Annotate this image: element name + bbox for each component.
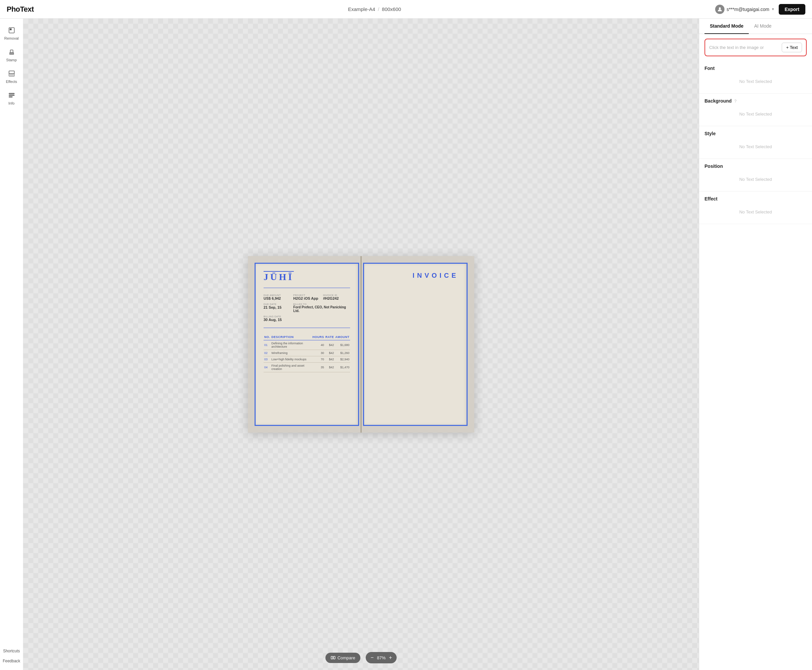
header: PhoText Example-A4 / 800x600 s***m@tugai… xyxy=(0,0,812,19)
feedback-link[interactable]: Feedback xyxy=(0,656,23,666)
zoom-out-button[interactable]: − xyxy=(370,655,373,661)
tab-standard[interactable]: Standard Mode xyxy=(704,19,749,34)
sidebar-item-removal[interactable]: Removal xyxy=(2,23,21,44)
text-input-area[interactable]: Click the text in the image or + Text xyxy=(704,39,807,56)
svg-rect-4 xyxy=(10,50,13,52)
invoice-id-label: INVOICE ID xyxy=(323,294,350,296)
row-hours: 35 xyxy=(312,363,325,372)
sidebar-item-stamp[interactable]: Stamp xyxy=(2,45,21,65)
position-label: Position xyxy=(704,164,807,169)
header-right: s***m@tugaigai.com ▼ Export xyxy=(715,4,805,15)
background-label: Background ? xyxy=(704,98,807,103)
section-effect: Effect No Text Selected xyxy=(699,191,812,224)
row-amount: $1,470 xyxy=(335,363,350,372)
compare-button[interactable]: Compare xyxy=(326,653,360,663)
svg-rect-11 xyxy=(9,96,12,97)
stamp-icon xyxy=(8,48,15,57)
sidebar-label-effects: Effects xyxy=(6,80,17,84)
invoice-table: NO. DESCRIPTION HOURS RATE AMOUNT 01 Def… xyxy=(263,334,350,372)
svg-point-0 xyxy=(719,7,721,9)
canvas-toolbar: Compare − 87% + xyxy=(326,652,397,663)
section-font: Font No Text Selected xyxy=(699,61,812,93)
right-panel: Standard Mode AI Mode Click the text in … xyxy=(699,19,812,670)
effect-label: Effect xyxy=(704,196,807,201)
add-text-button[interactable]: + Text xyxy=(782,42,802,52)
sidebar-label-removal: Removal xyxy=(4,36,19,40)
table-row: 02 Wireframing 30 $42 $1,260 xyxy=(263,350,350,356)
row-no: 01 xyxy=(263,340,271,350)
sidebar-item-info[interactable]: Info xyxy=(2,88,21,108)
font-label: Font xyxy=(704,66,807,71)
section-background: Background ? No Text Selected xyxy=(699,93,812,126)
invoice-id-value: #H2G242 xyxy=(323,296,350,300)
brand-name: JŪHĪ xyxy=(263,272,350,283)
row-desc: Final polishing and asset creation xyxy=(271,363,312,372)
document-size: 800x600 xyxy=(382,6,401,12)
user-email: s***m@tugaigai.com xyxy=(726,7,770,12)
zoom-controls: − 87% + xyxy=(366,652,397,663)
style-no-selection: No Text Selected xyxy=(704,140,807,154)
info-icon xyxy=(8,91,15,100)
fold-line xyxy=(360,256,362,433)
sidebar-item-effects[interactable]: Effects xyxy=(2,67,21,87)
document-info: Example-A4 / 800x600 xyxy=(348,6,401,12)
compare-icon xyxy=(331,655,336,660)
canvas-area[interactable]: JŪHĪ DUE AMOUNT US$ 6,942 PROJECT H2G2 i… xyxy=(23,19,699,670)
background-help-icon: ? xyxy=(734,99,737,103)
table-row: 03 Low+high fidelity mockups 70 $42 $2,9… xyxy=(263,356,350,363)
project-value: H2G2 iOS App xyxy=(293,296,320,300)
invoice-left-page: JŪHĪ DUE AMOUNT US$ 6,942 PROJECT H2G2 i… xyxy=(255,263,359,426)
sidebar-bottom: Shortcuts Feedback xyxy=(0,646,23,666)
user-menu[interactable]: s***m@tugaigai.com ▼ xyxy=(715,5,775,14)
invoice-right-page: INVOICE xyxy=(363,263,468,426)
effects-icon xyxy=(8,70,15,78)
separator: / xyxy=(378,6,379,12)
table-row: 01 Defining the information architecture… xyxy=(263,340,350,350)
col-no: NO. xyxy=(263,334,271,340)
document-name: Example-A4 xyxy=(348,6,375,12)
row-amount: $1,260 xyxy=(335,350,350,356)
due-date-label: DUE DATE xyxy=(263,303,290,305)
svg-rect-12 xyxy=(331,656,333,659)
row-rate: $42 xyxy=(325,350,335,356)
row-desc: Defining the information architecture xyxy=(271,340,312,350)
table-row: 04 Final polishing and asset creation 35… xyxy=(263,363,350,372)
export-button[interactable]: Export xyxy=(779,4,805,15)
background-no-selection: No Text Selected xyxy=(704,107,807,121)
project-label: PROJECT xyxy=(293,294,320,296)
chevron-down-icon: ▼ xyxy=(771,7,775,11)
row-hours: 30 xyxy=(312,350,325,356)
invoice-image[interactable]: JŪHĪ DUE AMOUNT US$ 6,942 PROJECT H2G2 i… xyxy=(248,256,474,433)
svg-rect-10 xyxy=(9,95,14,96)
app-logo: PhoText xyxy=(7,5,34,14)
tab-ai[interactable]: AI Mode xyxy=(749,19,777,34)
zoom-in-button[interactable]: + xyxy=(389,655,392,661)
effect-no-selection: No Text Selected xyxy=(704,205,807,219)
row-hours: 40 xyxy=(312,340,325,350)
sidebar-label-info: Info xyxy=(8,101,14,105)
row-rate: $42 xyxy=(325,340,335,350)
due-amount-label: DUE AMOUNT xyxy=(263,294,290,296)
due-date-value: 21 Sep, 15 xyxy=(263,305,290,310)
main-layout: Removal Stamp Effects xyxy=(0,19,812,670)
col-hours: HOURS xyxy=(312,334,325,340)
row-no: 02 xyxy=(263,350,271,356)
font-no-selection: No Text Selected xyxy=(704,74,807,89)
row-no: 04 xyxy=(263,363,271,372)
svg-rect-9 xyxy=(9,93,14,94)
canvas-wrapper: JŪHĪ DUE AMOUNT US$ 6,942 PROJECT H2G2 i… xyxy=(248,256,474,433)
billed-to-value: Ford Prefect, CEO, Not Panicking Ltd. xyxy=(293,305,350,313)
invoice-fields-top: DUE AMOUNT US$ 6,942 PROJECT H2G2 iOS Ap… xyxy=(263,294,350,321)
style-label: Style xyxy=(704,131,807,136)
mode-tabs: Standard Mode AI Mode xyxy=(699,19,812,34)
billing-date-label: BILLING DATE xyxy=(263,315,290,318)
row-no: 03 xyxy=(263,356,271,363)
row-desc: Wireframing xyxy=(271,350,312,356)
row-hours: 70 xyxy=(312,356,325,363)
billing-date-value: 30 Aug, 15 xyxy=(263,318,290,321)
invoice-title: INVOICE xyxy=(372,272,459,279)
billed-to-label: BILLED TO xyxy=(293,303,350,305)
avatar xyxy=(715,5,724,14)
row-rate: $42 xyxy=(325,356,335,363)
shortcuts-link[interactable]: Shortcuts xyxy=(0,646,23,656)
